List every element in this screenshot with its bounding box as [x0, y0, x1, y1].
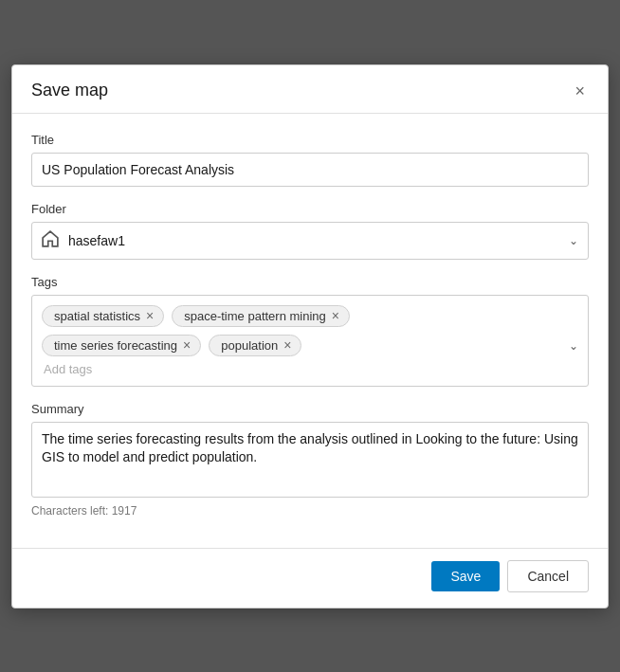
tag-text: population	[221, 338, 278, 353]
tag-remove-time-series[interactable]: ×	[183, 338, 191, 352]
dialog-header: Save map ×	[12, 65, 608, 114]
title-label: Title	[31, 133, 589, 147]
tag-spatial-statistics: spatial statistics ×	[42, 305, 164, 327]
tags-chevron-icon[interactable]: ⌄	[569, 339, 578, 356]
folder-value: hasefaw1	[68, 233, 125, 248]
close-button[interactable]: ×	[571, 81, 589, 101]
dialog-body: Title Folder hasefaw1	[12, 114, 608, 548]
tag-text: time series forecasting	[54, 338, 177, 353]
tag-remove-spatial-statistics[interactable]: ×	[146, 309, 154, 322]
title-input[interactable]	[31, 153, 589, 187]
folder-field-group: Folder hasefaw1 ⌄	[31, 202, 589, 260]
add-tags-placeholder[interactable]: Add tags	[42, 360, 578, 378]
folder-left: hasefaw1	[42, 230, 125, 250]
tag-text: space-time pattern mining	[184, 309, 326, 323]
dialog-title: Save map	[31, 81, 108, 100]
tag-remove-space-time[interactable]: ×	[332, 309, 339, 322]
chevron-down-icon: ⌄	[569, 234, 578, 247]
summary-label: Summary	[31, 402, 589, 416]
tag-population: population ×	[209, 335, 301, 356]
save-map-dialog: Save map × Title Folder	[11, 64, 609, 608]
folder-label: Folder	[31, 202, 589, 216]
dialog-footer: Save Cancel	[12, 548, 608, 608]
save-button[interactable]: Save	[431, 561, 500, 591]
tags-row-2-items: time series forecasting × population ×	[42, 335, 569, 356]
summary-field-group: Summary The time series forecasting resu…	[31, 402, 589, 518]
folder-select[interactable]: hasefaw1 ⌄	[31, 222, 589, 260]
tags-container[interactable]: spatial statistics × space-time pattern …	[31, 295, 589, 387]
tags-field-group: Tags spatial statistics × space-time pat…	[31, 275, 589, 387]
summary-textarea[interactable]: The time series forecasting results from…	[31, 422, 589, 498]
title-field-group: Title	[31, 133, 589, 187]
home-icon	[42, 230, 59, 250]
tag-time-series: time series forecasting ×	[42, 335, 201, 356]
char-count: Characters left: 1917	[31, 504, 589, 518]
tag-remove-population[interactable]: ×	[283, 338, 291, 352]
dialog-overlay: Save map × Title Folder	[0, 0, 620, 672]
folder-select-inner: hasefaw1 ⌄	[42, 230, 578, 250]
tags-row-2: time series forecasting × population × ⌄	[42, 335, 578, 356]
tag-space-time: space-time pattern mining ×	[172, 305, 350, 327]
tags-label: Tags	[31, 275, 589, 289]
cancel-button[interactable]: Cancel	[507, 560, 589, 592]
tag-text: spatial statistics	[54, 309, 140, 323]
tags-row-1: spatial statistics × space-time pattern …	[42, 305, 578, 327]
